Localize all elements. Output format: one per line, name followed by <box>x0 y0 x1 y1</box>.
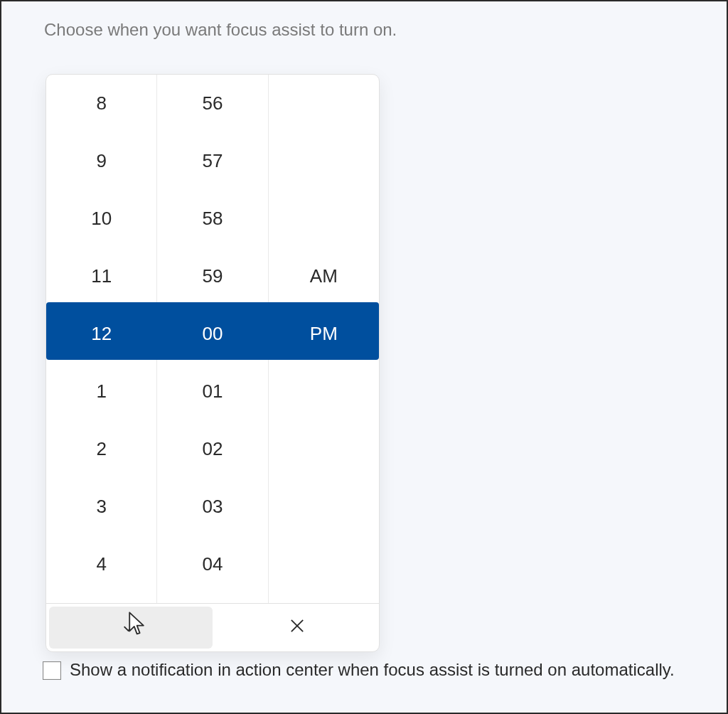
ampm-option <box>269 420 379 478</box>
minute-option[interactable]: 02 <box>157 420 267 478</box>
hour-option-selected[interactable]: 12 <box>46 305 156 363</box>
notification-checkbox-row: Show a notification in action center whe… <box>43 659 705 681</box>
ampm-option <box>269 132 379 190</box>
picker-footer <box>46 603 379 651</box>
minute-option-selected[interactable]: 00 <box>157 305 267 363</box>
minute-option[interactable]: 57 <box>157 132 267 190</box>
ampm-option <box>269 536 379 593</box>
minute-option[interactable]: 59 <box>157 247 267 305</box>
notification-checkbox-label: Show a notification in action center whe… <box>70 659 675 681</box>
minutes-column[interactable]: 56 57 58 59 00 01 02 03 04 <box>157 75 268 603</box>
hour-option[interactable]: 11 <box>46 247 156 305</box>
minute-option[interactable]: 56 <box>157 75 267 132</box>
minute-option[interactable]: 03 <box>157 478 267 536</box>
hour-option[interactable]: 9 <box>46 132 156 190</box>
minute-option[interactable]: 01 <box>157 363 267 420</box>
minute-option[interactable]: 04 <box>157 536 267 593</box>
ampm-option-selected[interactable]: PM <box>269 305 379 363</box>
ampm-option <box>269 478 379 536</box>
hour-option[interactable]: 3 <box>46 478 156 536</box>
ampm-column[interactable]: AM PM <box>269 75 379 603</box>
cursor-icon <box>128 612 148 639</box>
notification-checkbox[interactable] <box>43 661 61 680</box>
hour-option[interactable]: 1 <box>46 363 156 420</box>
hour-option[interactable]: 10 <box>46 190 156 247</box>
ampm-option <box>269 75 379 132</box>
ampm-option <box>269 190 379 247</box>
ampm-option <box>269 363 379 420</box>
hour-option[interactable]: 4 <box>46 536 156 593</box>
close-icon <box>287 616 307 640</box>
hour-option[interactable]: 2 <box>46 420 156 478</box>
ampm-option[interactable]: AM <box>269 247 379 305</box>
time-picker: 8 9 10 11 12 1 2 3 4 56 57 58 59 00 01 0… <box>46 74 380 652</box>
cancel-button[interactable] <box>215 604 379 651</box>
minute-option[interactable]: 58 <box>157 190 267 247</box>
picker-columns: 8 9 10 11 12 1 2 3 4 56 57 58 59 00 01 0… <box>46 75 379 603</box>
hours-column[interactable]: 8 9 10 11 12 1 2 3 4 <box>46 75 157 603</box>
hour-option[interactable]: 8 <box>46 75 156 132</box>
page-title: Choose when you want focus assist to tur… <box>44 20 397 40</box>
